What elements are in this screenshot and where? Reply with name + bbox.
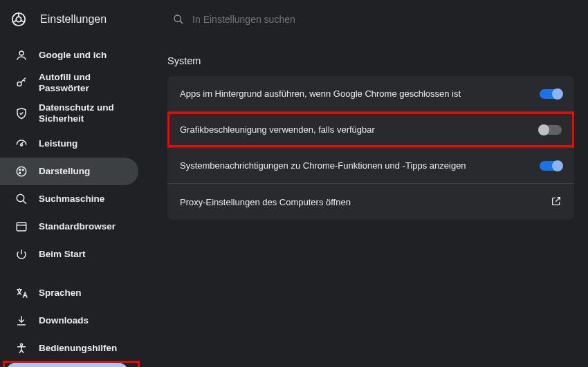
sidebar-item-label: Autofill und Passwörter (39, 72, 129, 94)
svg-point-6 (21, 144, 23, 146)
sidebar-item-label: Google und ich (39, 50, 129, 61)
settings-card: Apps im Hintergrund ausführen, wenn Goog… (167, 76, 574, 220)
page-title: Einstellungen (40, 13, 107, 26)
setting-row-hw-accel: Grafikbeschleunigung verwenden, falls ve… (167, 112, 574, 148)
svg-point-9 (22, 169, 24, 171)
setting-label: Systembenachrichtigungen zu Chrome-Funkt… (180, 160, 466, 171)
svg-line-12 (23, 200, 26, 204)
svg-point-10 (19, 172, 21, 173)
chrome-logo-icon (11, 12, 26, 27)
svg-point-11 (17, 194, 24, 202)
download-icon (15, 314, 28, 327)
sidebar-item-performance[interactable]: Leistung (0, 130, 138, 158)
palette-icon (15, 165, 28, 178)
sidebar-item-label: Downloads (39, 315, 129, 326)
sidebar-item-appearance[interactable]: Darstellung (0, 158, 138, 185)
sidebar-item-label: Datenschutz und Sicherheit (39, 102, 129, 124)
toggle-hw-accel[interactable] (540, 125, 562, 135)
setting-label: Proxy-Einstellungen des Computers öffnen (180, 197, 351, 207)
setting-label: Grafikbeschleunigung verwenden, falls ve… (180, 124, 375, 135)
sidebar-item-label: Suchmaschine (39, 194, 129, 205)
power-icon (15, 248, 28, 261)
svg-rect-13 (17, 223, 26, 231)
sidebar-item-label: Beim Start (39, 249, 129, 260)
person-icon (15, 49, 28, 62)
sidebar-item-privacy[interactable]: Datenschutz und Sicherheit (0, 97, 138, 130)
toggle-notifications[interactable] (540, 161, 562, 171)
sidebar-item-label: Darstellung (39, 166, 129, 177)
sidebar-item-downloads[interactable]: Downloads (0, 307, 138, 335)
open-external-icon (551, 196, 562, 209)
search-input[interactable] (192, 14, 400, 25)
sidebar: Google und ichAutofill und PasswörterDat… (0, 39, 147, 367)
sidebar-item-label: Bedienungshilfen (39, 343, 129, 354)
sidebar-item-label: Sprachen (39, 288, 129, 299)
main-content: System Apps im Hintergrund ausführen, we… (147, 39, 588, 367)
search-icon (15, 193, 28, 205)
toggle-bg-apps[interactable] (540, 89, 562, 99)
sidebar-item-on-startup[interactable]: Beim Start (0, 241, 138, 268)
shield-icon (15, 107, 28, 120)
svg-point-8 (19, 169, 21, 171)
svg-point-4 (19, 51, 24, 55)
browser-icon (15, 220, 28, 233)
svg-point-2 (174, 15, 181, 21)
svg-point-7 (17, 167, 26, 176)
setting-row-bg-apps: Apps im Hintergrund ausführen, wenn Goog… (167, 76, 574, 112)
speed-icon (15, 138, 28, 150)
sidebar-item-system[interactable]: System (4, 362, 130, 367)
header: Einstellungen (0, 0, 588, 39)
sidebar-item-label: Leistung (39, 138, 129, 149)
sidebar-item-you-and-google[interactable]: Google und ich (0, 41, 138, 69)
svg-point-5 (17, 82, 21, 86)
svg-line-3 (180, 21, 183, 23)
svg-point-15 (21, 344, 23, 346)
section-title: System (167, 55, 574, 66)
sidebar-item-autofill[interactable]: Autofill und Passwörter (0, 69, 138, 97)
svg-point-1 (16, 17, 21, 21)
key-icon (15, 77, 28, 89)
access-icon (15, 342, 28, 355)
sidebar-item-accessibility[interactable]: Bedienungshilfen (0, 335, 138, 362)
search-icon (173, 14, 184, 25)
setting-row-proxy[interactable]: Proxy-Einstellungen des Computers öffnen (167, 184, 574, 220)
sidebar-item-search[interactable]: Suchmaschine (0, 185, 138, 213)
search-box[interactable] (162, 7, 411, 32)
sidebar-item-default-browser[interactable]: Standardbrowser (0, 213, 138, 241)
setting-label: Apps im Hintergrund ausführen, wenn Goog… (180, 88, 461, 99)
sidebar-item-label: Standardbrowser (39, 221, 129, 232)
lang-icon (15, 287, 28, 299)
sidebar-item-languages[interactable]: Sprachen (0, 279, 138, 307)
setting-row-notifications: Systembenachrichtigungen zu Chrome-Funkt… (167, 148, 574, 184)
